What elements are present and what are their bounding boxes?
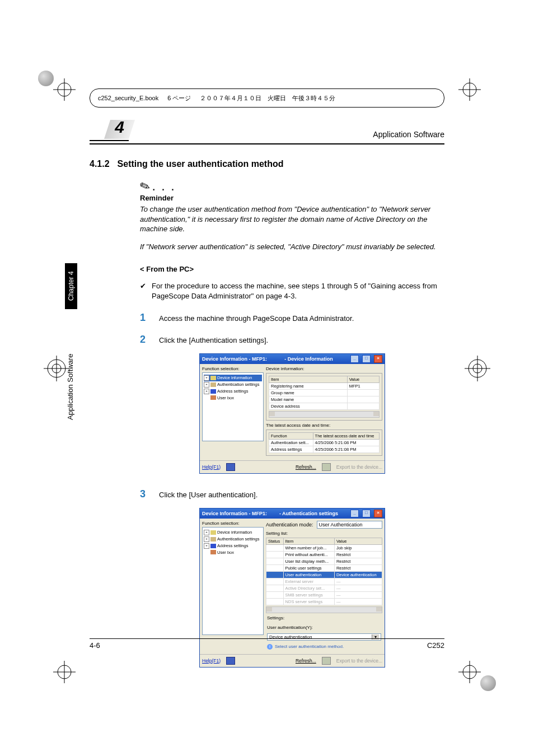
r6i: External server <box>283 578 334 585</box>
tree-expand-icon[interactable]: + <box>204 389 209 394</box>
win2-titlebar: Device Information - MFP1: - Authenticat… <box>200 508 385 519</box>
reminder-para1: To change the user authentication method… <box>140 204 444 234</box>
runhead-pageinfo: 6 ページ <box>167 94 191 102</box>
col-value: Value <box>347 376 379 382</box>
win1-func-label: Function selection: <box>202 366 264 371</box>
save-icon[interactable] <box>226 657 235 665</box>
lat-d2: 4/25/2006 5:21:08 PM <box>313 446 379 452</box>
r3v: Restrict <box>334 558 382 564</box>
tree2-addr-settings[interactable]: Address settings <box>217 543 248 548</box>
auth-settings-icon <box>210 537 216 542</box>
tree-device-info[interactable]: Device information <box>217 375 252 380</box>
col-item: Item <box>269 376 348 382</box>
win1-latest-label: The latest access date and time: <box>266 423 382 428</box>
chapter-number-badge: 4 <box>90 120 129 141</box>
win1-hscroll[interactable] <box>269 411 380 418</box>
tree-user-box[interactable]: User box <box>217 395 234 400</box>
tree-expand-icon[interactable]: + <box>204 382 209 388</box>
r1v: Job skip <box>334 544 382 551</box>
runhead-date: ２００７年４月１０日 火曜日 午後３時４５分 <box>200 94 335 102</box>
minimize-icon[interactable]: _ <box>350 355 359 363</box>
win2-export-button: Export to the device... <box>336 658 382 664</box>
win1-title-center: - Device Information <box>284 356 333 362</box>
win2-hscroll[interactable] <box>266 606 382 613</box>
export-icon <box>322 657 331 665</box>
col-func: Function <box>269 432 313 439</box>
close-icon[interactable]: × <box>374 510 382 517</box>
tree-expand-icon[interactable]: + <box>204 530 209 535</box>
header-title: Application Software <box>373 130 444 141</box>
step-1-number: 1 <box>140 312 150 324</box>
r4i[interactable]: Public user settings <box>283 564 334 571</box>
row-regname: Registering name <box>269 382 348 389</box>
minimize-icon[interactable]: _ <box>350 510 359 517</box>
lat-d1: 4/25/2006 5:21:08 PM <box>313 439 379 446</box>
win1-tree[interactable]: +Device information +Authentication sett… <box>202 372 264 441</box>
runhead-filename: c252_security_E.book <box>98 95 158 101</box>
cropmark-bl <box>53 661 76 683</box>
win2-settings-lbl: Settings: <box>267 615 381 620</box>
r4v: Restrict <box>334 564 382 571</box>
win2-tree[interactable]: +Device information +Authentication sett… <box>202 527 264 635</box>
row-regval: MFP1 <box>347 382 379 389</box>
cropmark-br <box>458 661 481 683</box>
col-status: Status <box>266 538 284 544</box>
win2-help-link[interactable]: Help(F1) <box>202 658 221 664</box>
section-number: 4.1.2 <box>90 159 110 169</box>
auth-settings-icon <box>210 382 216 387</box>
row-devaddr: Device address <box>269 403 348 409</box>
win1-info-table: ItemValue Registering nameMFP1 Group nam… <box>269 376 380 410</box>
reminder-para2: If "Network server authentication" is se… <box>140 242 444 252</box>
device-info-icon <box>210 530 216 535</box>
chapter-number: 4 <box>115 118 124 137</box>
maximize-icon[interactable]: □ <box>362 510 371 517</box>
header-rule <box>90 143 444 144</box>
win1-titlebar: Device Information - MFP1: - Device Info… <box>200 354 385 364</box>
step-2-number: 2 <box>140 334 150 346</box>
r3i[interactable]: User list display meth... <box>283 558 334 564</box>
r9v: --- <box>334 598 382 605</box>
tree-expand-icon[interactable]: + <box>204 375 209 381</box>
checkmark-icon: ✔ <box>140 281 146 301</box>
win1-refresh-button[interactable]: Refresh... <box>296 464 316 470</box>
r5i[interactable]: User authentication <box>283 571 334 578</box>
print-dot-tl <box>38 71 54 86</box>
from-pc-heading: < From the PC> <box>140 265 444 273</box>
cropmark-tr <box>458 78 481 101</box>
win2-setting-table[interactable]: StatusItemValue When number of job...Job… <box>266 538 382 605</box>
step-2-text: Click the [Authentication settings]. <box>159 336 268 344</box>
tree2-user-box[interactable]: User box <box>217 550 234 555</box>
maximize-icon[interactable]: □ <box>362 355 371 363</box>
side-chapter-box: Chapter 4 <box>65 263 77 309</box>
tree-addr-settings[interactable]: Address settings <box>217 389 248 394</box>
save-icon[interactable] <box>226 463 235 471</box>
tree2-device-info[interactable]: Device information <box>217 530 252 535</box>
r5v: Device authentication <box>334 571 382 578</box>
user-box-icon <box>210 395 216 400</box>
screenshot-device-info: Device Information - MFP1: - Device Info… <box>199 353 385 474</box>
r1i[interactable]: When number of job... <box>283 544 334 551</box>
tree-expand-icon[interactable]: + <box>204 543 209 549</box>
r8i: SMB server settings <box>283 591 334 598</box>
pencil-icon: ✎ <box>138 178 152 195</box>
side-tab: Chapter 4 Application Software <box>65 263 82 426</box>
close-icon[interactable]: × <box>374 355 382 363</box>
user-box-icon <box>210 550 216 554</box>
footer-model: C252 <box>427 641 444 650</box>
step-3-number: 3 <box>140 488 150 500</box>
device-info-icon <box>210 376 216 380</box>
win1-help-link[interactable]: Help(F1) <box>202 464 221 470</box>
tree-auth-settings[interactable]: Authentication settings <box>217 382 259 387</box>
section-title: Setting the user authentication method <box>118 159 284 169</box>
r2v: Restrict <box>334 551 382 558</box>
print-dot-br <box>480 675 496 691</box>
win2-authmode-val: User Authentication <box>317 521 382 529</box>
win2-ua-lbl: User authentication(Y): <box>267 625 381 630</box>
tree2-auth-settings[interactable]: Authentication settings <box>217 536 259 542</box>
r2i[interactable]: Print without authenti... <box>283 551 334 558</box>
win2-refresh-button[interactable]: Refresh... <box>296 658 316 664</box>
win1-export-button: Export to the device... <box>336 464 382 470</box>
tree-expand-icon[interactable]: + <box>204 536 209 542</box>
r6v: --- <box>334 578 382 585</box>
win2-func-label: Function selection: <box>202 521 264 526</box>
